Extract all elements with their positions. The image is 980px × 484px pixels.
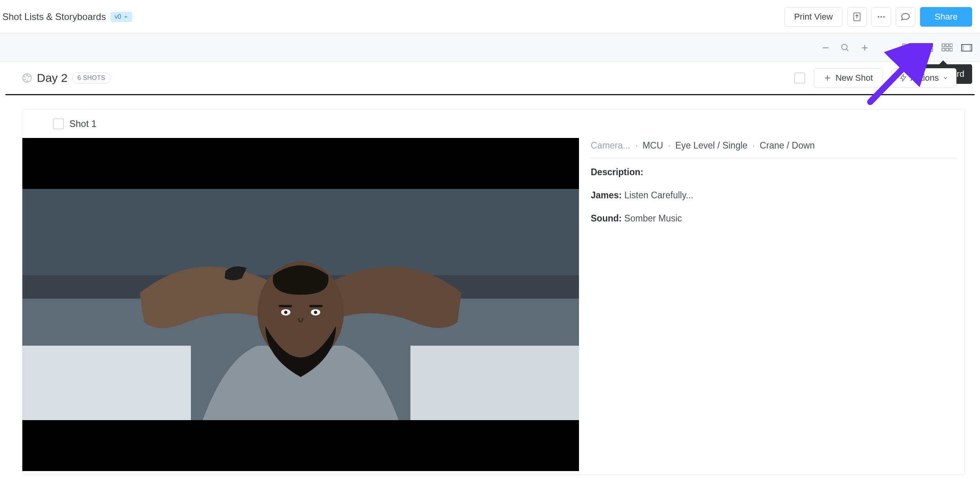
svg-marker-35 — [900, 74, 906, 82]
dialogue-speaker: James: — [591, 190, 622, 200]
sound-label: Sound: — [591, 213, 622, 223]
svg-rect-9 — [903, 44, 905, 46]
camera-spec-line[interactable]: Camera... · MCU · Eye Level / Single · C… — [591, 140, 957, 158]
toolstrip — [0, 34, 980, 62]
topbar-right: Print View Share — [784, 7, 972, 27]
zoom-out-button[interactable] — [820, 42, 831, 53]
lightning-icon — [900, 74, 907, 82]
chevron-down-icon — [943, 75, 948, 81]
dialogue-row[interactable]: James: Listen Carefully... — [591, 190, 957, 201]
magnifier-icon — [840, 43, 850, 53]
svg-line-31 — [24, 76, 25, 78]
spec-shot-size: MCU — [642, 140, 663, 150]
more-button[interactable] — [871, 7, 891, 27]
select-all-checkbox[interactable] — [794, 73, 805, 83]
shot-count-badge: 6 SHOTS — [72, 73, 110, 83]
actions-button[interactable]: Actions — [891, 68, 956, 88]
sound-value: Somber Music — [624, 213, 682, 223]
svg-point-46 — [314, 311, 317, 314]
svg-rect-48 — [309, 305, 323, 307]
share-button[interactable]: Share — [920, 7, 972, 27]
view-list-button[interactable] — [922, 42, 933, 53]
grid-icon — [942, 43, 953, 53]
svg-rect-21 — [946, 48, 949, 51]
print-view-button[interactable]: Print View — [784, 7, 843, 27]
plus-icon — [824, 74, 831, 82]
more-horizontal-icon — [877, 12, 886, 22]
dialogue-value: Listen Carefully... — [624, 190, 693, 200]
spec-movement: Crane / Down — [760, 140, 815, 150]
zoom-in-button[interactable] — [859, 42, 870, 53]
aperture-icon — [22, 73, 32, 83]
chevron-down-icon — [123, 15, 128, 19]
shot-body: Camera... · MCU · Eye Level / Single · C… — [22, 138, 965, 471]
comments-button[interactable] — [896, 7, 915, 27]
view-list-detailed-button[interactable] — [902, 42, 913, 53]
svg-point-3 — [883, 16, 885, 18]
new-shot-label: New Shot — [835, 73, 873, 83]
actions-label: Actions — [911, 73, 939, 83]
list-icon — [922, 43, 933, 53]
svg-rect-20 — [942, 48, 945, 51]
storyboard-icon — [961, 43, 972, 53]
new-shot-button[interactable]: New Shot — [814, 68, 882, 88]
export-button[interactable] — [847, 7, 867, 27]
sound-row[interactable]: Sound: Somber Music — [591, 213, 957, 224]
plus-icon — [860, 44, 869, 52]
export-icon — [853, 12, 861, 22]
page-title: Shot Lists & Storyboards — [2, 11, 106, 22]
minus-icon — [821, 44, 830, 52]
svg-rect-12 — [903, 49, 905, 51]
version-dropdown[interactable]: v0 — [111, 12, 132, 22]
svg-line-6 — [846, 49, 848, 51]
svg-point-5 — [842, 44, 847, 50]
shot-meta: Camera... · MCU · Eye Level / Single · C… — [591, 138, 957, 471]
svg-rect-47 — [279, 305, 292, 307]
shot-title: Shot 1 — [69, 118, 96, 129]
spec-angle: Eye Level / Single — [675, 140, 748, 150]
list-detailed-icon — [902, 43, 913, 53]
card-area: Shot 1 — [0, 95, 980, 475]
shot-checkbox[interactable] — [53, 118, 64, 129]
shot-image[interactable] — [22, 138, 579, 471]
svg-rect-22 — [950, 48, 953, 51]
topbar-left: Shot Lists & Storyboards v0 — [2, 11, 132, 22]
section-title: Day 2 — [37, 71, 67, 85]
svg-rect-41 — [410, 346, 579, 420]
svg-rect-17 — [942, 44, 945, 47]
svg-point-1 — [878, 16, 879, 18]
description-label: Description: — [591, 167, 643, 177]
storyboard-frame-illustration — [22, 138, 579, 471]
svg-point-45 — [284, 311, 287, 314]
svg-line-29 — [27, 80, 28, 82]
shot-top: Shot 1 — [22, 110, 965, 138]
svg-point-2 — [880, 16, 882, 18]
section-header: Day 2 6 SHOTS New Shot Actions — [5, 62, 975, 95]
topbar: Shot Lists & Storyboards v0 Print View S… — [0, 0, 980, 34]
version-label: v0 — [114, 13, 121, 20]
view-storyboard-button[interactable] — [961, 42, 972, 53]
section-left: Day 2 6 SHOTS — [22, 71, 111, 85]
svg-rect-19 — [950, 44, 953, 47]
shot-card: Shot 1 — [22, 109, 965, 475]
view-grid-button[interactable] — [942, 42, 953, 53]
zoom-reset-button[interactable] — [840, 42, 851, 53]
description-row[interactable]: Description: — [591, 167, 957, 178]
svg-rect-15 — [922, 44, 933, 47]
svg-rect-16 — [922, 49, 933, 51]
svg-rect-18 — [946, 44, 949, 47]
chat-icon — [900, 12, 911, 22]
svg-rect-40 — [22, 346, 191, 420]
section-right: New Shot Actions — [794, 68, 956, 88]
camera-prefix: Camera... — [591, 140, 630, 150]
